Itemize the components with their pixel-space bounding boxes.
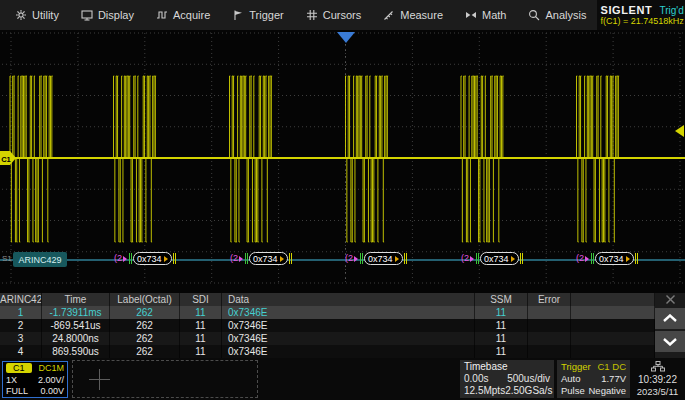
- table-cell: [571, 306, 655, 319]
- timebase-descriptor[interactable]: Timebase 0.00s 500us/div 12.5Mpts 2.50GS…: [460, 360, 554, 398]
- channel1-tag: C1: [6, 363, 32, 373]
- oscilloscope-screen: UtilityDisplayAcquireTriggerCursorsMeasu…: [0, 0, 685, 400]
- table-cell: 24.8000ns: [42, 332, 110, 345]
- menu-item-label: Analysis: [545, 9, 586, 21]
- add-channel-slot[interactable]: [72, 360, 258, 398]
- table-close-button[interactable]: [655, 293, 685, 306]
- decode-frame[interactable]: (20x734: [345, 251, 408, 266]
- table-scroll-up-button[interactable]: [655, 308, 685, 329]
- frame-data-box: 0x734: [133, 252, 172, 265]
- table-cell: [571, 319, 655, 332]
- table-row[interactable]: 324.8000ns262110x7346E11: [0, 332, 655, 345]
- math-icon: [465, 9, 477, 21]
- trigger-level: 1.77V: [601, 373, 626, 385]
- table-cell: [571, 345, 655, 358]
- gear-icon: [15, 9, 27, 21]
- table-header-cell: SDI: [180, 293, 222, 306]
- channel1-descriptor[interactable]: C1 DC1M 1X 2.00V/ FULL 0.00V: [2, 361, 68, 398]
- clock-date: 2023/5/11: [637, 386, 679, 397]
- table-header-cell: Time: [42, 293, 110, 306]
- table-cell: [528, 306, 571, 319]
- table-row[interactable]: 1-1.73911ms262110x7346E11: [0, 306, 655, 319]
- table-cell: 3: [0, 332, 42, 345]
- channel1-offset: 0.00V: [40, 386, 64, 396]
- table-header-cell: Data: [222, 293, 475, 306]
- frame-label: (2: [345, 251, 353, 266]
- menu-item-display[interactable]: Display: [70, 0, 145, 30]
- frame-data-box: 0x734: [595, 252, 634, 265]
- arrow-right-icon: [280, 256, 284, 262]
- channel1-coupling: DC1M: [38, 363, 64, 373]
- frame-sdi-bars: [591, 253, 594, 264]
- arrow-right-icon: [164, 256, 168, 262]
- arrow-right-icon: [626, 256, 630, 262]
- menu-item-cursors[interactable]: Cursors: [295, 0, 373, 30]
- table-header-cell: ARINC429: [0, 293, 42, 306]
- frame-label: (2: [114, 251, 122, 266]
- table-row[interactable]: 4869.590us262110x7346E11: [0, 345, 655, 358]
- timebase-scale: 500us/div: [507, 373, 550, 385]
- table-cell: 1: [0, 306, 42, 319]
- trigger-descriptor[interactable]: Trigger C1 DC Auto 1.77V Pulse Negative: [557, 360, 630, 398]
- table-header-cell: [571, 293, 655, 306]
- table-cell: [528, 345, 571, 358]
- frame-label: (2: [461, 251, 469, 266]
- trigger-mode: Auto: [561, 373, 581, 385]
- menu-item-measure[interactable]: Measure: [372, 0, 454, 30]
- menu-item-label: Display: [98, 9, 134, 21]
- table-cell: 0x7346E: [222, 345, 475, 358]
- table-row[interactable]: 2-869.541us262110x7346E11: [0, 319, 655, 332]
- trigger-type: Pulse: [561, 385, 585, 397]
- trigger-title: Trigger: [561, 361, 591, 373]
- table-cell: 0x7346E: [222, 332, 475, 345]
- frequency-counter: f(C1) = 21.74518kHz: [600, 16, 683, 26]
- frame-sdi-bars: [360, 253, 363, 264]
- frame-ssm-bars: [289, 253, 292, 264]
- table-scroll-down-button[interactable]: [655, 331, 685, 352]
- chevron-down-icon: [662, 337, 678, 346]
- arrow-right-icon: [470, 256, 474, 262]
- table-cell: -869.541us: [42, 319, 110, 332]
- clock-panel: 10:39:22 2023/5/11: [630, 360, 685, 398]
- trigger-status-badge: Trig'd: [659, 5, 683, 16]
- table-cell: [528, 332, 571, 345]
- menu-item-acquire[interactable]: Acquire: [145, 0, 221, 30]
- bottom-status-bar: C1 DC1M 1X 2.00V/ FULL 0.00V Timebase 0.…: [0, 358, 685, 400]
- frame-data: 0x734: [599, 254, 624, 264]
- table-header-row: ARINC429TimeLabel(Octal)SDIDataSSMError: [0, 293, 655, 306]
- table-cell: 0x7346E: [222, 306, 475, 319]
- decode-frame[interactable]: (20x734: [461, 251, 524, 266]
- decode-frame[interactable]: (20x734: [576, 251, 639, 266]
- frame-label: (2: [576, 251, 584, 266]
- menu-item-label: Cursors: [323, 9, 362, 21]
- bus-name-badge[interactable]: ARINC429: [13, 252, 67, 267]
- menu-item-label: Measure: [400, 9, 443, 21]
- menu-item-label: Acquire: [173, 9, 210, 21]
- menu-item-utility[interactable]: Utility: [4, 0, 70, 30]
- menu-item-trigger[interactable]: Trigger: [221, 0, 294, 30]
- menu-item-label: Math: [482, 9, 506, 21]
- frame-ssm-bars: [173, 253, 176, 264]
- lan-icon[interactable]: [651, 361, 665, 372]
- top-menu-bar: UtilityDisplayAcquireTriggerCursorsMeasu…: [0, 0, 685, 30]
- table-cell: 869.590us: [42, 345, 110, 358]
- trigger-position-marker[interactable]: [337, 32, 355, 43]
- table-cell: 11: [180, 345, 222, 358]
- frame-data: 0x734: [368, 254, 393, 264]
- analysis-icon: [528, 9, 540, 21]
- menu-item-label: Utility: [32, 9, 59, 21]
- table-scroll-area: [655, 293, 685, 358]
- decode-frame[interactable]: (20x734: [230, 251, 293, 266]
- table-cell: 0x7346E: [222, 319, 475, 332]
- decode-frame[interactable]: (20x734: [114, 251, 177, 266]
- frame-ssm-bars: [520, 253, 523, 264]
- arrow-right-icon: [511, 256, 515, 262]
- table-cell: 11: [475, 332, 528, 345]
- clock-time: 10:39:22: [638, 374, 677, 385]
- timebase-delay: 0.00s: [464, 373, 488, 385]
- arrow-right-icon: [239, 256, 243, 262]
- decode-table: ARINC429TimeLabel(Octal)SDIDataSSMError1…: [0, 293, 655, 358]
- trigger-level-marker[interactable]: [675, 125, 684, 137]
- menu-item-math[interactable]: Math: [454, 0, 517, 30]
- menu-item-analysis[interactable]: Analysis: [517, 0, 597, 30]
